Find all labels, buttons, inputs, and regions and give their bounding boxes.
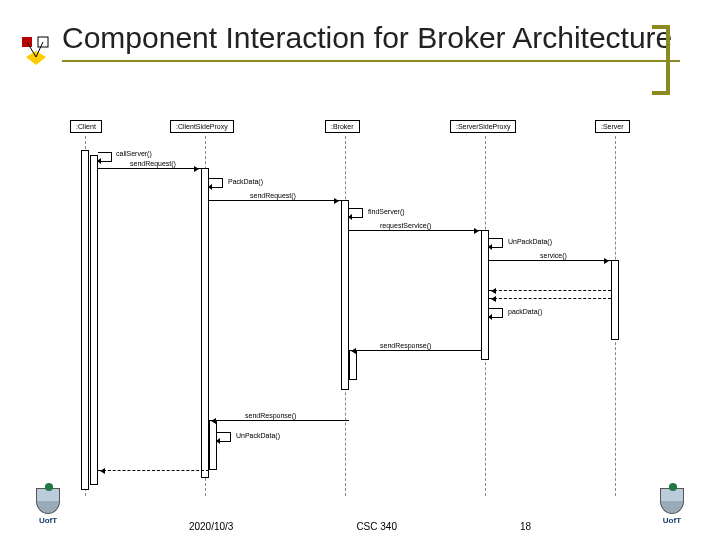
lifeline-client-proxy: :ClientSideProxy [170,120,234,133]
msg-callserver: callServer() [116,150,152,157]
svg-marker-2 [26,51,46,65]
lifeline-broker: :Broker [325,120,360,133]
bullet-icon [20,35,52,67]
activation-server [611,260,619,340]
lifeline-client: :Client [70,120,102,133]
sequence-diagram: :Client :ClientSideProxy :Broker :Server… [70,120,670,500]
slide-title: Component Interaction for Broker Archite… [62,20,680,62]
self-call [217,432,231,442]
msg-arrow [489,260,611,261]
msg-requestservice: requestService() [380,222,431,229]
msg-service: service() [540,252,567,259]
bracket-decoration [652,25,670,95]
footer-page: 18 [520,521,531,532]
msg-arrow [98,168,201,169]
msg-findserver: findServer() [368,208,405,215]
msg-arrow [209,200,341,201]
msg-sendrequest2: sendRequest() [250,192,296,199]
activation-clientproxy-inner [209,420,217,470]
msg-sendresponse1: sendResponse() [380,342,431,349]
msg-unpackdata2: UnPackData() [236,432,280,439]
footer-date: 2020/10/3 [189,521,234,532]
msg-arrow [349,350,481,351]
activation-broker-inner [349,350,357,380]
return-arrow [98,470,209,471]
lifeline-server: :Server [595,120,630,133]
lifeline-server-proxy: :ServerSideProxy [450,120,516,133]
return-arrow [489,290,611,291]
self-call [349,208,363,218]
activation-broker [341,200,349,390]
self-call [98,152,112,162]
footer-course: CSC 340 [356,521,397,532]
msg-arrow [209,420,349,421]
logo-text: UofT [39,516,57,525]
activation-clientproxy [201,168,209,478]
uoft-logo-right: UofT [654,488,690,532]
return-arrow [489,298,611,299]
msg-sendrequest1: sendRequest() [130,160,176,167]
msg-unpackdata1: UnPackData() [508,238,552,245]
activation-client-inner [90,155,98,485]
msg-arrow [349,230,481,231]
msg-sendresponse2: sendResponse() [245,412,296,419]
self-call [489,308,503,318]
msg-packdata1: PackData() [228,178,263,185]
msg-packdata2: packData() [508,308,542,315]
footer: UofT 2020/10/3 CSC 340 18 UofT [0,488,720,532]
self-call [209,178,223,188]
activation-client [81,150,89,490]
logo-text: UofT [663,516,681,525]
uoft-logo-left: UofT [30,488,66,532]
self-call [489,238,503,248]
